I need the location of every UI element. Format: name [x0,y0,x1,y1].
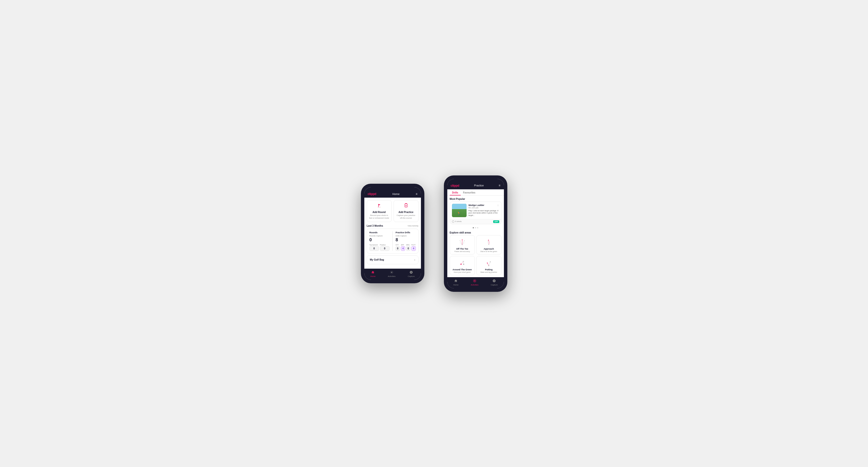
svg-point-31 [474,280,475,281]
svg-point-16 [460,240,460,241]
nav-activities-2[interactable]: Activities [471,279,478,286]
putt-value: 4 [411,246,416,251]
putt-stat: PUTT 4 [411,244,416,251]
status-bar-2 [447,179,504,182]
featured-drill-card[interactable]: 🏌️ Wedge Ladder 50–100 yds Play 1 shot a… [450,201,501,224]
activities-icon-2 [473,279,476,283]
approach-title: Approach [478,248,499,250]
tabs-row: Drills Favourites [447,189,504,196]
skill-approach[interactable]: Approach Dial-in to hit the green [476,235,501,254]
ott-label: OTT [396,244,400,246]
putt-label: PUTT [411,244,416,246]
arg-stat: ARG 0 [406,244,410,251]
top-nav-home: clippd Home ≡ [364,190,421,198]
drills-heading: Practice Drills [396,231,416,234]
drills-value: 8 [396,238,416,243]
stats-header: Last 3 Months View Activity [367,224,418,227]
nav-activities-label-2: Activities [471,284,478,286]
svg-point-8 [391,272,393,273]
arg-label: ARG [406,244,410,246]
most-popular-label: Most Popular [447,196,504,201]
add-round-title: Add Round [369,211,390,214]
dot-3 [477,227,478,228]
shots-label: 9 shots [452,220,462,223]
stats-box: Rounds Rounds Capture 0 Tournament 0 Pra… [367,229,418,253]
svg-point-22 [463,261,464,262]
logo: clippd [368,192,376,196]
svg-point-9 [452,221,454,222]
add-practice-title: Add Practice [396,211,416,214]
view-activity-link[interactable]: View Activity [407,225,418,227]
off-the-tee-title: Off The Tee [452,248,473,250]
golf-bag-row[interactable]: My Golf Bag › [367,255,418,264]
putting-title: Putting [478,269,499,271]
top-nav-practice: clippd Practice ≡ [447,182,504,189]
app-label: APP [401,244,405,246]
app-badge: APP [493,220,499,223]
hamburger-icon[interactable]: ≡ [415,192,417,196]
tournament-label: Tournament [369,244,379,246]
svg-rect-4 [405,203,407,204]
hamburger-icon-2[interactable]: ≡ [499,184,500,187]
dot-1 [473,227,474,228]
nav-activities-label: Activities [388,275,396,277]
nav-home-2[interactable]: Home [454,279,459,286]
app-stat: APP 4 [401,244,405,251]
nav-capture-label-2: Capture [491,284,498,286]
practice-value: 0 [380,246,390,251]
skill-around-the-green[interactable]: Around The Green Hone your short game [450,256,475,275]
around-the-green-desc: Hone your short game [452,271,473,273]
home-icon-2 [454,279,458,283]
drills-col: Practice Drills Drills Capture 8 OTT 0 A… [396,231,416,251]
drill-content: Wedge Ladder 50–100 yds Play 1 shot at e… [468,204,499,217]
drill-footer: 9 shots APP [450,219,501,224]
skill-putting[interactable]: Putting Make and lag practice [476,256,501,275]
approach-desc: Dial-in to hit the green [478,251,499,252]
svg-point-23 [461,263,462,265]
home-icon [371,271,375,275]
bottom-nav-practice: Home Activities Capture [447,277,504,288]
golf-bag-title: My Golf Bag [370,258,384,261]
carousel-dots [447,226,504,229]
add-practice-desc: Capture your practice off-the-course [396,214,416,219]
svg-point-28 [488,265,490,266]
capture-icon [409,271,413,275]
putting-icon-area [478,259,499,268]
off-the-tee-icon-area [452,238,473,247]
app-value: 4 [401,246,405,251]
explore-label: Explore skill areas [447,229,504,235]
drills-capture-label: Drills Capture [396,235,416,237]
tab-favourites[interactable]: Favourites [461,189,478,195]
drill-yardage: 50–100 yds [468,207,499,209]
add-practice-card[interactable]: Add Practice Capture your practice off-t… [394,200,418,222]
svg-line-11 [460,241,462,245]
skill-off-the-tee[interactable]: Off The Tee Power and accuracy [450,235,475,254]
activities-icon [390,271,393,275]
drill-title: Wedge Ladder [468,204,499,207]
stats-section-title: Last 3 Months [367,224,383,227]
svg-line-12 [462,241,464,245]
add-round-desc: Record your shots in fast or enhanced mo… [369,214,390,219]
clipboard-icon [396,203,416,210]
nav-home-label-2: Home [454,284,459,286]
svg-point-0 [377,207,381,208]
svg-line-13 [459,242,462,245]
nav-home[interactable]: Home [370,271,376,277]
add-round-card[interactable]: Add Round Record your shots in fast or e… [367,200,392,222]
nav-home-label: Home [370,275,376,277]
around-the-green-icon-area [452,259,473,268]
svg-point-19 [488,240,488,241]
action-cards: Add Round Record your shots in fast or e… [367,200,418,222]
arg-value: 0 [406,246,410,251]
nav-capture[interactable]: Capture [408,271,414,277]
tab-drills[interactable]: Drills [450,189,461,195]
rounds-heading: Rounds [369,231,390,234]
dot-2 [475,227,476,228]
putting-desc: Make and lag practice [478,271,499,273]
nav-capture-2[interactable]: Capture [491,279,498,286]
status-bar [364,187,421,190]
star-icon[interactable]: ☆ [497,204,499,207]
golf-flag-icon [369,203,390,210]
nav-activities[interactable]: Activities [388,271,396,277]
rounds-value: 0 [369,238,390,243]
